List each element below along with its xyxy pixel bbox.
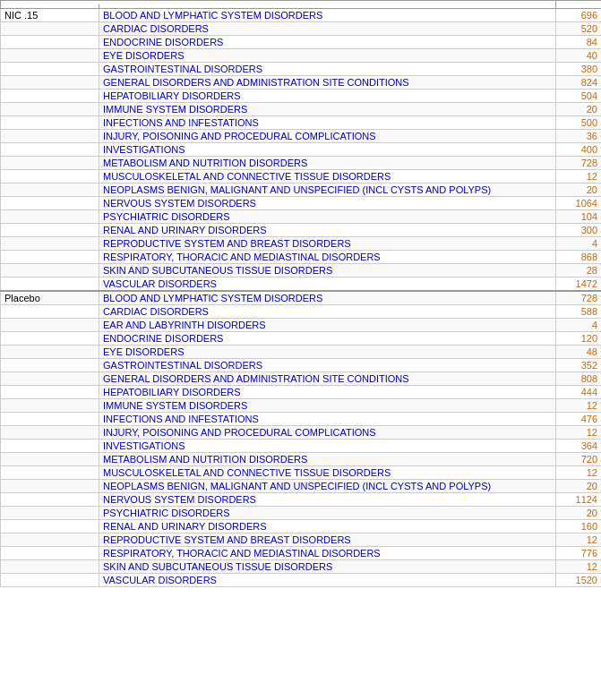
arm-cell — [1, 224, 99, 237]
arm-cell — [1, 480, 99, 493]
body-cell: VASCULAR DISORDERS — [99, 277, 556, 292]
arm-cell — [1, 103, 99, 116]
table-row: RENAL AND URINARY DISORDERS300 — [1, 224, 602, 237]
arm-cell — [1, 359, 99, 372]
arm-cell — [1, 507, 99, 520]
arm-cell — [1, 49, 99, 63]
body-cell: RESPIRATORY, THORACIC AND MEDIASTINAL DI… — [99, 547, 556, 560]
table-row: EYE DISORDERS48 — [1, 346, 602, 359]
table-row: CARDIAC DISORDERS520 — [1, 22, 602, 36]
arm-cell — [1, 346, 99, 359]
sum-cell: 520 — [556, 22, 602, 36]
body-cell: INFECTIONS AND INFESTATIONS — [99, 116, 556, 130]
sum-cell: 444 — [556, 386, 602, 399]
table-row: IMMUNE SYSTEM DISORDERS20 — [1, 103, 602, 116]
table-row: IMMUNE SYSTEM DISORDERS12 — [1, 399, 602, 413]
arm-cell — [1, 386, 99, 399]
body-cell: NERVOUS SYSTEM DISORDERS — [99, 197, 556, 210]
sum-cell: 380 — [556, 63, 602, 76]
arm-cell — [1, 76, 99, 90]
sum-cell: 160 — [556, 520, 602, 534]
table-row: ENDOCRINE DISORDERS84 — [1, 36, 602, 49]
body-cell: IMMUNE SYSTEM DISORDERS — [99, 103, 556, 116]
table-row: HEPATOBILIARY DISORDERS444 — [1, 386, 602, 399]
table-row: CARDIAC DISORDERS588 — [1, 305, 602, 319]
sum-cell: 352 — [556, 359, 602, 372]
body-cell: RENAL AND URINARY DISORDERS — [99, 520, 556, 534]
body-cell: ENDOCRINE DISORDERS — [99, 36, 556, 49]
body-cell: INVESTIGATIONS — [99, 440, 556, 453]
body-cell: ENDOCRINE DISORDERS — [99, 332, 556, 346]
arm-cell — [1, 453, 99, 466]
table-row: GASTROINTESTINAL DISORDERS380 — [1, 63, 602, 76]
arm-cell — [1, 574, 99, 587]
table-row: HEPATOBILIARY DISORDERS504 — [1, 90, 602, 103]
sum-cell: 12 — [556, 560, 602, 574]
arm-cell — [1, 372, 99, 386]
table-row: NERVOUS SYSTEM DISORDERS1124 — [1, 493, 602, 507]
table-row: INFECTIONS AND INFESTATIONS476 — [1, 413, 602, 426]
sum-cell: 364 — [556, 440, 602, 453]
body-cell: CARDIAC DISORDERS — [99, 305, 556, 319]
sum-cell: 808 — [556, 372, 602, 386]
sum-cell: 12 — [556, 399, 602, 413]
table-row: GASTROINTESTINAL DISORDERS352 — [1, 359, 602, 372]
arm-cell — [1, 63, 99, 76]
sum-cell: 300 — [556, 224, 602, 237]
body-cell: MUSCULOSKELETAL AND CONNECTIVE TISSUE DI… — [99, 466, 556, 480]
sum-cell: 12 — [556, 426, 602, 440]
arm-cell: NIC .15 — [1, 9, 99, 22]
sum-cell: 728 — [556, 291, 602, 305]
arm-cell — [1, 197, 99, 210]
arm-cell — [1, 210, 99, 224]
sum-cell: 12 — [556, 170, 602, 184]
table-row: GENERAL DISORDERS AND ADMINISTRATION SIT… — [1, 76, 602, 90]
table-row: INJURY, POISONING AND PROCEDURAL COMPLIC… — [1, 426, 602, 440]
sum-cell: 20 — [556, 507, 602, 520]
table-row: EAR AND LABYRINTH DISORDERS4 — [1, 319, 602, 332]
body-cell: EAR AND LABYRINTH DISORDERS — [99, 319, 556, 332]
arm-cell — [1, 264, 99, 277]
sum-cell: 20 — [556, 480, 602, 493]
arm-cell — [1, 332, 99, 346]
body-cell: INJURY, POISONING AND PROCEDURAL COMPLIC… — [99, 426, 556, 440]
body-cell: GASTROINTESTINAL DISORDERS — [99, 359, 556, 372]
sum-cell: 588 — [556, 305, 602, 319]
sum-cell: 4 — [556, 319, 602, 332]
body-cell: NERVOUS SYSTEM DISORDERS — [99, 493, 556, 507]
sum-cell: 1064 — [556, 197, 602, 210]
sum-cell: 400 — [556, 143, 602, 157]
table-row: VASCULAR DISORDERS1472 — [1, 277, 602, 292]
body-cell: EYE DISORDERS — [99, 346, 556, 359]
arm-cell — [1, 116, 99, 130]
table-row: RESPIRATORY, THORACIC AND MEDIASTINAL DI… — [1, 251, 602, 264]
table-row: MUSCULOSKELETAL AND CONNECTIVE TISSUE DI… — [1, 466, 602, 480]
arm-cell — [1, 413, 99, 426]
sum-cell: 1124 — [556, 493, 602, 507]
table-row: REPRODUCTIVE SYSTEM AND BREAST DISORDERS… — [1, 237, 602, 251]
body-cell: REPRODUCTIVE SYSTEM AND BREAST DISORDERS — [99, 237, 556, 251]
body-cell: RENAL AND URINARY DISORDERS — [99, 224, 556, 237]
body-cell: NEOPLASMS BENIGN, MALIGNANT AND UNSPECIF… — [99, 184, 556, 197]
body-cell: INJURY, POISONING AND PROCEDURAL COMPLIC… — [99, 130, 556, 143]
arm-cell — [1, 440, 99, 453]
arm-cell — [1, 184, 99, 197]
table-row: VASCULAR DISORDERS1520 — [1, 574, 602, 587]
sum-cell: 12 — [556, 466, 602, 480]
table-row: GENERAL DISORDERS AND ADMINISTRATION SIT… — [1, 372, 602, 386]
table-row: PSYCHIATRIC DISORDERS104 — [1, 210, 602, 224]
data-table: NIC .15BLOOD AND LYMPHATIC SYSTEM DISORD… — [0, 0, 601, 587]
arm-cell — [1, 319, 99, 332]
body-cell: INVESTIGATIONS — [99, 143, 556, 157]
arm-cell — [1, 426, 99, 440]
body-cell: SKIN AND SUBCUTANEOUS TISSUE DISORDERS — [99, 264, 556, 277]
sum-cell: 28 — [556, 264, 602, 277]
table-row: NIC .15BLOOD AND LYMPHATIC SYSTEM DISORD… — [1, 9, 602, 22]
sum-cell: 728 — [556, 157, 602, 170]
sum-cell: 120 — [556, 332, 602, 346]
body-cell: RESPIRATORY, THORACIC AND MEDIASTINAL DI… — [99, 251, 556, 264]
arm-cell — [1, 90, 99, 103]
body-cell: PSYCHIATRIC DISORDERS — [99, 210, 556, 224]
body-cell: METABOLISM AND NUTRITION DISORDERS — [99, 453, 556, 466]
sum-cell: 500 — [556, 116, 602, 130]
